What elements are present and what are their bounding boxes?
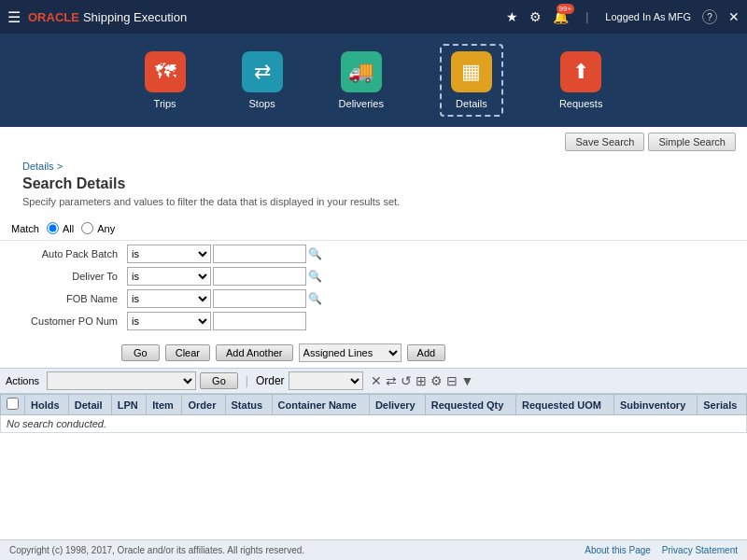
fob-name-label: FOB Name (19, 293, 121, 304)
fob-name-operator[interactable]: isis notcontains (127, 289, 211, 308)
table-go-button[interactable]: Go (200, 372, 238, 389)
match-all-radio[interactable] (47, 222, 59, 234)
search-form: Auto Pack Batch isis notcontains 🔍 Deliv… (0, 240, 747, 338)
results-table: Holds Detail LPN Item Order Status Conta… (0, 394, 747, 433)
stops-label: Stops (249, 98, 275, 109)
hamburger-menu-icon[interactable]: ☰ (7, 8, 21, 26)
tab-details[interactable]: ▦ Details (440, 44, 503, 117)
notification-badge: 99+ (557, 4, 575, 14)
form-action-row: Go Clear Add Another Assigned Lines Add (0, 338, 747, 368)
deliveries-label: Deliveries (339, 98, 384, 109)
page-footer: Copyright (c) 1998, 2017, Oracle and/or … (0, 539, 747, 560)
tab-deliveries[interactable]: 🚚 Deliveries (339, 51, 384, 109)
assigned-lines-select[interactable]: Assigned Lines (299, 343, 402, 362)
add-button[interactable]: Add (407, 344, 446, 361)
tab-requests[interactable]: ⬆ Requests (559, 51, 602, 109)
simple-search-button[interactable]: Simple Search (648, 133, 736, 151)
tab-stops[interactable]: ⇄ Stops (242, 51, 283, 109)
match-row: Match All Any (0, 218, 747, 240)
form-row-customer-po-num: Customer PO Num isis notcontains (19, 312, 728, 330)
no-results-cell: No search conducted. (1, 415, 747, 433)
settings-icon[interactable]: ⚙ (529, 9, 542, 24)
deliver-to-operator[interactable]: isis notcontains (127, 267, 211, 286)
toolbar-dropdown-icon[interactable]: ▼ (461, 373, 474, 388)
navigation-tabs: 🗺 Trips ⇄ Stops 🚚 Deliveries ▦ Details ⬆… (0, 34, 747, 127)
notifications-icon[interactable]: 🔔 99+ (553, 9, 569, 24)
deliveries-icon: 🚚 (341, 51, 382, 92)
about-page-link[interactable]: About this Page (585, 545, 651, 555)
fob-name-value[interactable] (213, 289, 306, 308)
go-button[interactable]: Go (121, 344, 160, 361)
col-container-name: Container Name (272, 395, 369, 415)
toolbar-separator: | (246, 374, 248, 387)
toolbar-reload-icon[interactable]: ↺ (401, 373, 412, 388)
fob-name-search-icon[interactable]: 🔍 (308, 292, 322, 305)
trips-icon: 🗺 (145, 51, 186, 92)
toolbar-refresh-icon[interactable]: ⇄ (386, 373, 397, 388)
tab-trips[interactable]: 🗺 Trips (145, 51, 186, 109)
customer-po-num-label: Customer PO Num (19, 315, 121, 327)
select-all-checkbox[interactable] (7, 398, 19, 410)
help-icon[interactable]: ? (702, 9, 717, 24)
toolbar-settings-icon[interactable]: ⚙ (430, 373, 443, 388)
toolbar-grid-icon[interactable]: ⊞ (416, 373, 427, 388)
app-header: ☰ ORACLE Shipping Execution ★ ⚙ 🔔 99+ | … (0, 0, 747, 34)
details-icon: ▦ (451, 51, 492, 92)
main-content: Save Search Simple Search Details > Sear… (0, 127, 747, 539)
stops-icon: ⇄ (242, 51, 283, 92)
col-checkbox (1, 395, 25, 415)
customer-po-num-operator[interactable]: isis notcontains (127, 312, 211, 330)
auto-pack-batch-value[interactable] (213, 245, 306, 263)
form-row-deliver-to: Deliver To isis notcontains 🔍 (19, 267, 728, 286)
customer-po-num-value[interactable] (213, 312, 306, 330)
toolbar-columns-icon[interactable]: ⊟ (446, 373, 458, 388)
auto-pack-batch-operator[interactable]: isis notcontains (127, 245, 211, 263)
page-description: Specify parameters and values to filter … (11, 196, 736, 213)
table-header-row: Holds Detail LPN Item Order Status Conta… (1, 395, 747, 415)
match-all-radio-group: All (47, 222, 74, 234)
auto-pack-batch-label: Auto Pack Batch (19, 248, 121, 259)
header-icons-group: ★ ⚙ 🔔 99+ | Logged In As MFG ? ✕ (506, 9, 740, 24)
auto-pack-batch-search-icon[interactable]: 🔍 (308, 247, 322, 260)
requests-icon: ⬆ (560, 51, 601, 92)
actions-label: Actions (6, 375, 39, 386)
col-subinventory: Subinventory (613, 395, 697, 415)
save-search-button[interactable]: Save Search (565, 133, 644, 151)
no-results-row: No search conducted. (1, 415, 747, 433)
user-label: Logged In As MFG (605, 11, 691, 22)
form-row-auto-pack-batch: Auto Pack Batch isis notcontains 🔍 (19, 245, 728, 263)
col-order: Order (182, 395, 225, 415)
order-label: Order (256, 374, 285, 387)
top-action-buttons: Save Search Simple Search (11, 133, 736, 151)
col-requested-qty: Requested Qty (425, 395, 515, 415)
order-select[interactable] (289, 371, 363, 390)
close-icon[interactable]: ✕ (728, 9, 740, 24)
deliver-to-search-icon[interactable]: 🔍 (308, 270, 322, 283)
deliver-to-value[interactable] (213, 267, 306, 286)
form-row-fob-name: FOB Name isis notcontains 🔍 (19, 289, 728, 308)
match-any-radio-group: Any (81, 222, 115, 234)
col-serials: Serials (698, 395, 747, 415)
toolbar-remove-icon[interactable]: ✕ (371, 373, 382, 388)
match-any-radio[interactable] (81, 222, 93, 234)
deliver-to-label: Deliver To (19, 271, 121, 282)
trips-label: Trips (154, 98, 176, 109)
match-all-label: All (63, 223, 74, 234)
privacy-statement-link[interactable]: Privacy Statement (662, 545, 738, 555)
app-logo: ORACLE Shipping Execution (28, 10, 187, 24)
header-separator: | (585, 10, 588, 23)
col-requested-uom: Requested UOM (515, 395, 613, 415)
toolbar-icons-group: ✕ ⇄ ↺ ⊞ ⚙ ⊟ ▼ (371, 373, 474, 388)
copyright-text: Copyright (c) 1998, 2017, Oracle and/or … (9, 545, 304, 555)
col-detail: Detail (68, 395, 111, 415)
oracle-logo-text: ORACLE (28, 10, 79, 24)
col-item: Item (147, 395, 182, 415)
favorites-icon[interactable]: ★ (506, 9, 518, 24)
add-another-button[interactable]: Add Another (216, 344, 293, 361)
breadcrumb: Details > (11, 155, 736, 174)
col-holds: Holds (25, 395, 69, 415)
clear-button[interactable]: Clear (165, 344, 210, 361)
actions-select[interactable] (47, 371, 196, 390)
col-delivery: Delivery (369, 395, 425, 415)
breadcrumb-details-link[interactable]: Details > (22, 161, 63, 172)
